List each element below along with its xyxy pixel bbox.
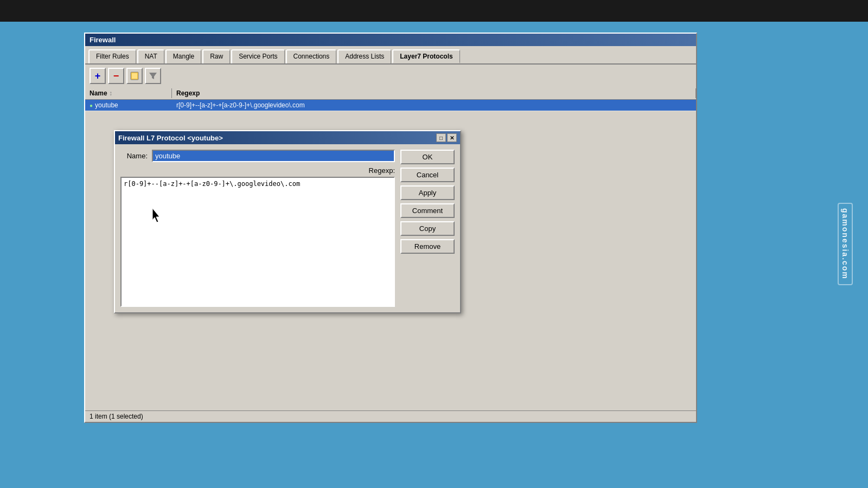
copy-button[interactable]: Copy	[400, 221, 455, 236]
apply-button[interactable]: Apply	[400, 185, 455, 200]
comment-button[interactable]: Comment	[400, 203, 455, 218]
tabs-bar: Filter Rules NAT Mangle Raw Service Port…	[85, 46, 696, 65]
toolbar: + −	[85, 65, 696, 87]
cell-regexp: r[0-9]+--[a-z]+-+[a-z0-9-]+\.googlevideo…	[172, 100, 696, 111]
name-field-row: Name:	[120, 150, 395, 162]
cancel-button[interactable]: Cancel	[400, 168, 455, 182]
top-bar	[0, 0, 868, 22]
tab-connections[interactable]: Connections	[286, 49, 337, 63]
column-header-name: Name ↕	[85, 88, 172, 98]
tab-service-ports[interactable]: Service Ports	[231, 49, 284, 63]
table: Name ↕ Regexp ● youtube r[0-9]+--[a-z]+-…	[85, 87, 696, 111]
tab-raw[interactable]: Raw	[202, 49, 230, 63]
name-input[interactable]	[152, 150, 395, 162]
tab-filter-rules[interactable]: Filter Rules	[88, 49, 136, 63]
column-header-regexp: Regexp	[172, 88, 696, 98]
status-bar: 1 item (1 selected)	[85, 410, 696, 422]
dialog-restore-button[interactable]: □	[436, 133, 446, 142]
dialog-form: Name: Regexp: r[0-9]+--[a-z]+-+[a-z0-9-]…	[120, 150, 395, 307]
window-title: Firewall	[90, 36, 116, 44]
table-row[interactable]: ● youtube r[0-9]+--[a-z]+-+[a-z0-9-]+\.g…	[85, 100, 696, 111]
dialog-content: Name: Regexp: r[0-9]+--[a-z]+-+[a-z0-9-]…	[115, 144, 460, 312]
regexp-textarea-wrapper: r[0-9]+--[a-z]+-+[a-z0-9-]+\.googlevideo…	[120, 177, 395, 307]
table-body: ● youtube r[0-9]+--[a-z]+-+[a-z0-9-]+\.g…	[85, 100, 696, 111]
svg-marker-2	[149, 73, 157, 79]
tab-layer7-protocols[interactable]: Layer7 Protocols	[392, 49, 459, 63]
cell-name: ● youtube	[85, 100, 172, 111]
tab-mangle[interactable]: Mangle	[165, 49, 201, 63]
tab-nat[interactable]: NAT	[137, 49, 164, 63]
edit-button[interactable]	[126, 68, 143, 84]
window-titlebar: Firewall	[85, 34, 696, 46]
remove-button[interactable]: −	[108, 68, 124, 84]
ok-button[interactable]: OK	[400, 150, 455, 164]
table-header: Name ↕ Regexp	[85, 87, 696, 100]
regexp-label: Regexp:	[120, 166, 395, 175]
tab-address-lists[interactable]: Address Lists	[337, 49, 391, 63]
row-status-icon: ●	[90, 102, 93, 108]
dialog-close-button[interactable]: ✕	[447, 133, 457, 142]
svg-rect-1	[132, 73, 137, 79]
dialog-titlebar-buttons: □ ✕	[436, 133, 457, 142]
name-label: Name:	[120, 152, 148, 160]
dialog-title: Firewall L7 Protocol <youtube>	[118, 134, 223, 142]
regexp-textarea[interactable]: r[0-9]+--[a-z]+-+[a-z0-9-]+\.googlevideo…	[120, 177, 395, 307]
dialog-buttons: OK Cancel Apply Comment Copy Remove	[400, 150, 455, 307]
dialog-firewall-l7: Firewall L7 Protocol <youtube> □ ✕ Name:…	[114, 130, 461, 313]
filter-button[interactable]	[145, 68, 161, 84]
dialog-titlebar: Firewall L7 Protocol <youtube> □ ✕	[115, 131, 460, 144]
watermark: gamonesia.com	[838, 203, 853, 285]
remove-button[interactable]: Remove	[400, 239, 455, 254]
add-button[interactable]: +	[90, 68, 106, 84]
